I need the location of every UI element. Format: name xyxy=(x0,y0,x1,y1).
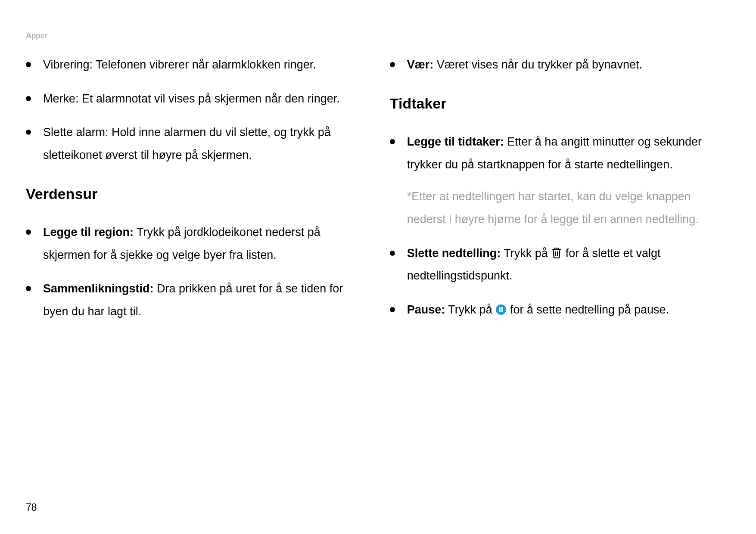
list-item: Legge til region: Trykk på jordklodeikon… xyxy=(26,221,364,266)
page-number: 78 xyxy=(26,502,37,513)
list-item-text: Vibrering: Telefonen vibrerer når alarmk… xyxy=(43,58,316,71)
list-item-label: Legge til tidtaker: xyxy=(407,135,504,148)
trash-icon xyxy=(551,247,562,260)
section-header: Apper xyxy=(26,31,730,40)
svg-point-2 xyxy=(496,304,506,315)
right-column: Vær: Været vises når du trykker på bynav… xyxy=(390,53,728,334)
list-item: Slette alarm: Hold inne alarmen du vil s… xyxy=(26,121,364,166)
list-item: Pause: Trykk på for å sette nedtelling p… xyxy=(390,298,728,321)
svg-rect-3 xyxy=(499,307,501,312)
list-item: Slette nedtelling: Trykk på for å slette… xyxy=(390,242,728,287)
list-item-label: Vær: xyxy=(407,58,434,71)
list-item-label: Slette nedtelling: xyxy=(407,247,501,260)
list-item-text: Trykk på xyxy=(445,303,495,316)
note-text: *Etter at nedtellingen har startet, kan … xyxy=(390,185,728,230)
list-item: Vibrering: Telefonen vibrerer når alarmk… xyxy=(26,53,364,76)
heading-verdensur: Verdensur xyxy=(26,180,364,208)
pause-icon xyxy=(495,303,507,316)
list-item-text: Merke: Et alarmnotat vil vises på skjerm… xyxy=(43,92,340,105)
heading-tidtaker: Tidtaker xyxy=(390,89,728,118)
list-item-label: Sammenlikningstid: xyxy=(43,282,154,295)
svg-rect-4 xyxy=(501,307,503,312)
list-item: Sammenlikningstid: Dra prikken på uret f… xyxy=(26,277,364,323)
list-item: Merke: Et alarmnotat vil vises på skjerm… xyxy=(26,87,364,110)
manual-page: Apper Vibrering: Telefonen vibrerer når … xyxy=(0,0,756,534)
list-item: Vær: Været vises når du trykker på bynav… xyxy=(390,53,728,76)
list-item: Legge til tidtaker: Etter å ha angitt mi… xyxy=(390,130,728,176)
list-item-text: Trykk på xyxy=(501,247,551,260)
list-item-text: for å sette nedtelling på pause. xyxy=(507,303,669,316)
list-item-label: Legge til region: xyxy=(43,226,134,239)
two-columns: Vibrering: Telefonen vibrerer når alarmk… xyxy=(26,53,730,334)
list-item-label: Pause: xyxy=(407,303,445,316)
left-column: Vibrering: Telefonen vibrerer når alarmk… xyxy=(26,53,364,334)
list-item-text: Været vises når du trykker på bynavnet. xyxy=(433,58,642,71)
list-item-text: Slette alarm: Hold inne alarmen du vil s… xyxy=(43,126,331,161)
